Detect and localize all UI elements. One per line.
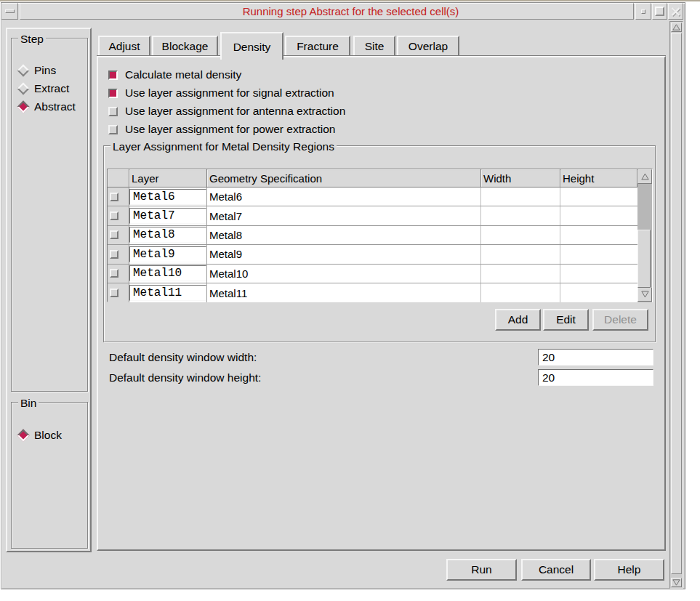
tab-adjust[interactable]: Adjust (98, 36, 150, 55)
delete-button-label: Delete (604, 313, 637, 326)
window-scrollbar-thumb[interactable] (671, 33, 682, 574)
row-layer-cell (129, 245, 207, 263)
default-width-input[interactable] (538, 349, 653, 366)
table-scroll-up-icon (641, 173, 649, 180)
scroll-up-button[interactable] (671, 23, 682, 32)
row-width-cell[interactable] (481, 226, 560, 244)
help-button[interactable]: Help (594, 559, 664, 581)
table-vertical-scrollbar[interactable] (637, 169, 652, 302)
row-height-cell[interactable] (560, 226, 637, 244)
row-geometry-cell[interactable]: Metal8 (207, 226, 481, 244)
tab-adjust-label: Adjust (108, 40, 140, 53)
window-title[interactable]: Running step Abstract for the selected c… (20, 3, 634, 20)
close-button[interactable] (668, 3, 683, 20)
row-checkbox-cell[interactable] (108, 265, 129, 283)
row-width-cell[interactable] (481, 187, 560, 206)
layer-input[interactable] (129, 208, 206, 224)
row-layer-cell (129, 206, 207, 225)
tab-site[interactable]: Site (353, 36, 395, 55)
table-row[interactable]: Metal11 (108, 283, 652, 302)
table-scrollbar-thumb[interactable] (637, 230, 651, 288)
close-icon (670, 6, 682, 17)
layer-input[interactable] (129, 285, 206, 301)
radio-diamond-icon (17, 82, 30, 94)
sidebar: Step Pins Extract Abstract Bin (6, 28, 92, 552)
row-width-cell[interactable] (481, 265, 560, 283)
radio-diamond-icon (17, 100, 30, 113)
row-height-cell[interactable] (560, 206, 637, 225)
row-geometry-cell[interactable]: Metal7 (207, 206, 481, 225)
default-height-input[interactable] (538, 369, 653, 386)
table-scrollbar-trough[interactable] (637, 184, 652, 287)
tab-density-label: Density (233, 41, 271, 54)
header-checkbox-column (108, 169, 129, 187)
default-width-label: Default density window width: (109, 351, 257, 364)
radio-extract[interactable]: Extract (19, 82, 69, 94)
row-height-cell[interactable] (560, 283, 637, 302)
maximize-button[interactable] (652, 3, 667, 20)
checkbox-power-extraction[interactable]: Use layer assignment for power extractio… (108, 124, 335, 134)
checkbox-label: Calculate metal density (125, 68, 241, 81)
scroll-down-icon (672, 579, 680, 586)
tab-density[interactable]: Density (220, 32, 283, 60)
tab-blockage[interactable]: Blockage (152, 36, 218, 55)
table-scroll-down-button[interactable] (637, 287, 652, 302)
row-checkbox-cell[interactable] (108, 283, 129, 302)
table-row[interactable]: Metal8 (108, 226, 652, 245)
tab-fracture[interactable]: Fracture (285, 36, 350, 55)
radio-abstract[interactable]: Abstract (19, 100, 76, 113)
minimize-button[interactable] (635, 3, 651, 20)
table-row[interactable]: Metal10 (108, 265, 652, 283)
layer-table: Layer Geometry Specification Width Heigh… (107, 169, 653, 302)
table-row[interactable]: Metal6 (108, 187, 652, 206)
row-width-cell[interactable] (481, 245, 560, 263)
row-checkbox-icon (110, 230, 118, 239)
default-height-label: Default density window height: (109, 371, 261, 384)
row-geometry-cell[interactable]: Metal11 (207, 283, 481, 302)
edit-button[interactable]: Edit (543, 309, 589, 331)
row-height-cell[interactable] (560, 265, 637, 283)
run-button[interactable]: Run (446, 559, 517, 581)
add-button[interactable]: Add (495, 309, 541, 331)
density-panel: Calculate metal density Use layer assign… (97, 56, 666, 551)
default-width-row: Default density window width: (109, 349, 653, 366)
delete-button[interactable]: Delete (592, 309, 648, 331)
layer-input[interactable] (129, 189, 206, 205)
scroll-down-button[interactable] (671, 578, 682, 587)
table-scroll-up-button[interactable] (637, 169, 652, 184)
step-group: Step Pins Extract Abstract (11, 38, 88, 392)
row-geometry-cell[interactable]: Metal6 (207, 187, 481, 206)
row-geometry-cell[interactable]: Metal9 (207, 245, 481, 263)
tab-fracture-label: Fracture (297, 40, 339, 53)
row-checkbox-cell[interactable] (108, 187, 129, 206)
window-vertical-scrollbar[interactable] (669, 21, 683, 589)
table-row[interactable]: Metal9 (108, 245, 652, 264)
tab-site-label: Site (365, 40, 385, 53)
layer-input[interactable] (129, 265, 206, 281)
row-checkbox-cell[interactable] (108, 226, 129, 244)
row-height-cell[interactable] (560, 187, 637, 206)
row-checkbox-cell[interactable] (108, 206, 129, 225)
cancel-button[interactable]: Cancel (521, 559, 591, 581)
checkbox-antenna-extraction[interactable]: Use layer assignment for antenna extract… (108, 106, 345, 116)
checkbox-signal-extraction[interactable]: Use layer assignment for signal extracti… (108, 88, 334, 98)
layer-input[interactable] (129, 246, 206, 262)
checkbox-icon (108, 107, 118, 116)
checkbox-calculate-metal-density[interactable]: Calculate metal density (108, 70, 241, 80)
window-menu-button[interactable] (1, 3, 18, 20)
tab-overlap[interactable]: Overlap (397, 36, 459, 55)
row-height-cell[interactable] (560, 245, 637, 263)
row-checkbox-icon (110, 269, 118, 278)
layer-input[interactable] (129, 227, 206, 243)
radio-extract-label: Extract (34, 82, 69, 95)
row-geometry-cell[interactable]: Metal10 (207, 265, 481, 283)
row-width-cell[interactable] (481, 283, 560, 302)
row-checkbox-cell[interactable] (108, 245, 129, 263)
table-row[interactable]: Metal7 (108, 206, 652, 225)
row-width-cell[interactable] (481, 206, 560, 225)
radio-block[interactable]: Block (19, 429, 62, 441)
radio-pins[interactable]: Pins (19, 64, 56, 76)
scroll-up-icon (672, 24, 680, 31)
bin-group: Bin Block (11, 402, 88, 549)
tab-overlap-label: Overlap (409, 40, 448, 53)
